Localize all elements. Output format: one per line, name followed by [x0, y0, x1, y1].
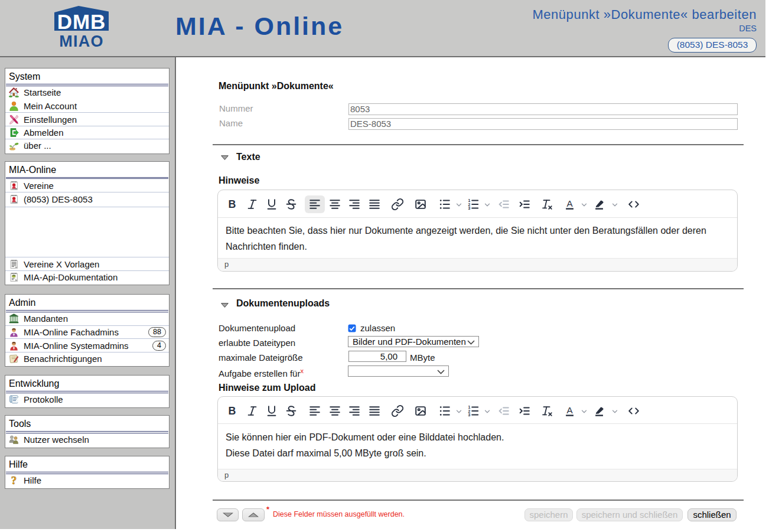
svg-text:MIAO: MIAO	[59, 32, 103, 49]
svg-text:DMB: DMB	[57, 10, 106, 33]
